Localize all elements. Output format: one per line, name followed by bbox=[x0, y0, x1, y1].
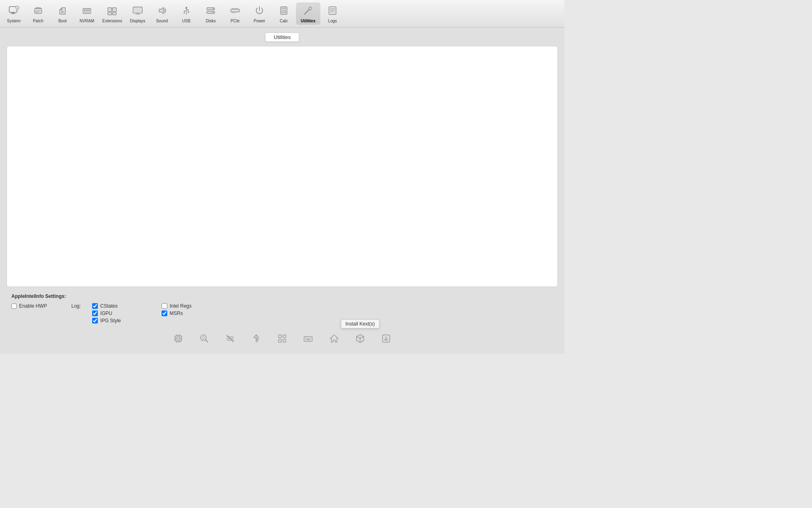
svg-rect-16 bbox=[112, 12, 117, 15]
svg-rect-9 bbox=[84, 9, 86, 11]
bottom-icon-keyboard[interactable] bbox=[301, 332, 315, 345]
intel-regs-checkbox[interactable] bbox=[162, 303, 167, 309]
cstates-label: CStates bbox=[100, 303, 118, 309]
svg-rect-18 bbox=[136, 13, 139, 14]
svg-rect-42 bbox=[329, 7, 336, 14]
logs-icon bbox=[326, 4, 339, 17]
svg-rect-67 bbox=[279, 335, 281, 338]
boot-icon bbox=[56, 4, 69, 17]
svg-point-39 bbox=[283, 12, 285, 13]
disks-icon bbox=[204, 4, 217, 17]
ipg-style-item: IPG Style bbox=[92, 318, 121, 323]
toolbar-item-extensions[interactable]: Extensions bbox=[99, 2, 125, 25]
bottom-icon-arrow[interactable] bbox=[379, 332, 393, 345]
left-checkboxes: CStates IGPU IPG Style bbox=[92, 303, 121, 323]
toolbar-item-nvram[interactable]: NVRAM bbox=[75, 2, 99, 25]
sound-icon bbox=[155, 4, 168, 17]
toolbar-item-displays[interactable]: Displays bbox=[125, 2, 150, 25]
toolbar-label-power: Power bbox=[254, 19, 265, 23]
patch-icon bbox=[32, 4, 45, 17]
enable-hwp-col: Enable HWP bbox=[11, 303, 47, 309]
bottom-toolbar: Install Kext(s) bbox=[6, 328, 558, 349]
svg-point-26 bbox=[213, 12, 214, 13]
toolbar-item-calc[interactable]: Calc bbox=[272, 2, 296, 25]
svg-rect-31 bbox=[232, 12, 233, 13]
svg-point-24 bbox=[213, 8, 214, 9]
igpu-checkbox[interactable] bbox=[92, 310, 98, 316]
toolbar-item-patch[interactable]: Patch bbox=[26, 2, 50, 25]
toolbar-label-utilities: Utilities bbox=[301, 19, 315, 23]
svg-text:i: i bbox=[17, 7, 17, 9]
svg-rect-12 bbox=[84, 12, 90, 13]
toolbar-label-sound: Sound bbox=[156, 19, 168, 23]
toolbar-item-logs[interactable]: Logs bbox=[320, 2, 345, 25]
igpu-item: IGPU bbox=[92, 310, 121, 316]
svg-rect-13 bbox=[108, 8, 112, 12]
bottom-icon-tools[interactable] bbox=[223, 332, 237, 345]
svg-point-21 bbox=[184, 13, 185, 14]
svg-rect-17 bbox=[133, 7, 143, 13]
settings-title: AppleIntelInfo Settings: bbox=[11, 293, 553, 299]
toolbar-item-pcie[interactable]: PCIe bbox=[223, 2, 247, 25]
svg-rect-70 bbox=[283, 339, 286, 342]
igpu-label: IGPU bbox=[100, 310, 112, 316]
svg-rect-7 bbox=[61, 12, 63, 13]
settings-row: Enable HWP Log: CStates IGPU IPG Style bbox=[11, 303, 553, 323]
toolbar-item-power[interactable]: Power bbox=[247, 2, 272, 25]
page-title-badge: Utilities bbox=[265, 33, 299, 42]
msrs-checkbox[interactable] bbox=[162, 310, 167, 316]
svg-rect-76 bbox=[306, 339, 310, 340]
svg-marker-20 bbox=[159, 7, 164, 14]
extensions-icon bbox=[106, 4, 119, 17]
bottom-icon-home[interactable] bbox=[327, 332, 341, 345]
bottom-icon-cpu[interactable] bbox=[171, 332, 185, 345]
svg-rect-47 bbox=[177, 337, 180, 340]
svg-rect-43 bbox=[330, 9, 335, 9]
bottom-icon-search[interactable] bbox=[197, 332, 211, 345]
intel-regs-item: Intel Regs bbox=[162, 303, 192, 309]
toolbar-item-utilities[interactable]: Utilities bbox=[296, 2, 320, 25]
svg-point-35 bbox=[281, 11, 283, 12]
main-toolbar: i System Patch Boot bbox=[0, 0, 564, 28]
toolbar-label-boot: Boot bbox=[58, 19, 67, 23]
toolbar-item-boot[interactable]: Boot bbox=[50, 2, 75, 25]
bottom-icon-bluetooth[interactable] bbox=[249, 332, 263, 345]
svg-rect-11 bbox=[89, 9, 90, 11]
svg-rect-15 bbox=[108, 12, 112, 15]
ipg-style-checkbox[interactable] bbox=[92, 318, 98, 323]
usb-icon bbox=[180, 4, 193, 17]
svg-rect-19 bbox=[135, 14, 140, 14]
toolbar-label-nvram: NVRAM bbox=[80, 19, 94, 23]
system-icon: i bbox=[7, 4, 20, 17]
cstates-checkbox[interactable] bbox=[92, 303, 98, 309]
cstates-item: CStates bbox=[92, 303, 121, 309]
bottom-icon-grid[interactable] bbox=[275, 332, 289, 345]
displays-icon bbox=[131, 4, 144, 17]
svg-rect-71 bbox=[304, 336, 312, 341]
bottom-icon-install-kext[interactable]: Install Kext(s) bbox=[353, 332, 367, 345]
svg-rect-10 bbox=[86, 9, 88, 11]
main-content: Utilities AppleIntelInfo Settings: Enabl… bbox=[0, 28, 564, 354]
toolbar-item-usb[interactable]: USB bbox=[174, 2, 199, 25]
log-col: Log: bbox=[71, 303, 84, 309]
svg-rect-6 bbox=[61, 11, 64, 12]
toolbar-label-disks: Disks bbox=[206, 19, 216, 23]
svg-point-37 bbox=[285, 11, 286, 12]
svg-rect-1 bbox=[12, 12, 15, 13]
toolbar-item-system[interactable]: i System bbox=[2, 2, 26, 25]
toolbar-label-system: System bbox=[7, 19, 20, 23]
svg-point-40 bbox=[285, 12, 286, 13]
svg-rect-45 bbox=[330, 11, 334, 12]
svg-point-38 bbox=[281, 12, 283, 13]
content-area bbox=[6, 46, 558, 287]
enable-hwp-checkbox[interactable] bbox=[11, 304, 17, 309]
svg-rect-68 bbox=[283, 335, 286, 338]
msrs-item: MSRs bbox=[162, 310, 192, 316]
right-checkboxes: Intel Regs MSRs bbox=[162, 303, 192, 316]
svg-point-36 bbox=[283, 11, 285, 12]
toolbar-label-pcie: PCIe bbox=[231, 19, 240, 23]
toolbar-item-sound[interactable]: Sound bbox=[150, 2, 174, 25]
toolbar-item-disks[interactable]: Disks bbox=[199, 2, 223, 25]
page-title-bar: Utilities bbox=[6, 33, 558, 42]
svg-rect-69 bbox=[279, 339, 281, 342]
